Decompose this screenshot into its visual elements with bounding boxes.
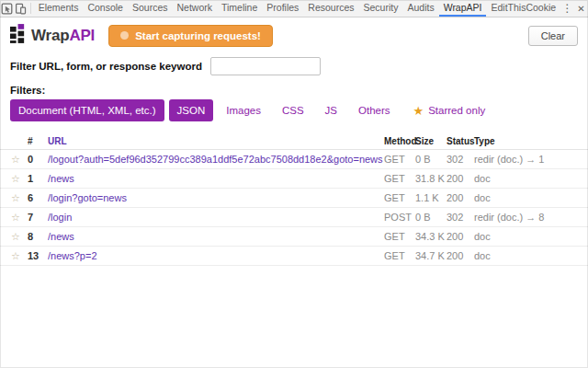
request-status: 302 xyxy=(447,212,474,223)
wrapapi-logo: WrapAPI xyxy=(10,24,95,47)
star-toggle-icon[interactable]: ☆ xyxy=(11,193,28,203)
devtools-tab[interactable]: Network xyxy=(173,0,218,17)
star-toggle-icon[interactable]: ☆ xyxy=(11,213,28,223)
devtools-tab-label: Network xyxy=(177,2,213,13)
request-size: 0 B xyxy=(415,154,447,165)
col-header-type: Type xyxy=(474,136,582,146)
devtools-tab[interactable]: EditThisCookie xyxy=(486,0,560,17)
start-capturing-button[interactable]: Start capturing requests! xyxy=(108,25,273,47)
devtools-tab[interactable]: Resources xyxy=(303,0,358,17)
devtools-tab[interactable]: Elements xyxy=(34,0,84,17)
request-index: 1 xyxy=(28,173,48,184)
devtools-tab-label: Elements xyxy=(39,2,79,13)
filter-keyword-label: Filter URL, form, or response keyword xyxy=(10,61,202,72)
device-toolbar-icon[interactable] xyxy=(14,0,28,17)
filter-type-button[interactable]: Others xyxy=(350,99,399,121)
devtools-tab[interactable]: Profiles xyxy=(262,0,303,17)
record-dot-icon xyxy=(120,31,129,40)
request-method: GET xyxy=(384,192,415,203)
overflow-menu-icon[interactable]: ⋮ xyxy=(560,0,574,17)
request-size: 34.7 K xyxy=(415,250,447,261)
toolbar-separator xyxy=(30,3,31,14)
table-row[interactable]: ☆ 1 /news GET 31.8 K 200 doc xyxy=(0,169,588,189)
star-toggle-icon[interactable]: ☆ xyxy=(11,174,28,184)
request-method: GET xyxy=(384,231,415,242)
start-capturing-label: Start capturing requests! xyxy=(135,30,261,41)
request-index: 7 xyxy=(28,212,48,223)
request-index: 6 xyxy=(28,192,48,203)
request-status: 200 xyxy=(447,250,474,261)
logo-text-api: API xyxy=(69,27,95,44)
clear-button[interactable]: Clear xyxy=(528,26,578,46)
filter-type-button[interactable]: JSON xyxy=(169,99,214,121)
filter-type-button[interactable]: Document (HTML, XML, etc.) xyxy=(10,99,164,121)
request-index: 8 xyxy=(28,231,48,242)
filter-type-button[interactable]: CSS xyxy=(274,99,312,121)
request-type: doc xyxy=(474,192,582,203)
filter-type-button[interactable]: Images xyxy=(218,99,269,121)
request-method: GET xyxy=(384,154,415,165)
table-row[interactable]: ☆ 8 /news GET 34.3 K 200 doc xyxy=(0,227,588,247)
devtools-tab[interactable]: WrapAPI xyxy=(439,0,487,17)
request-type: doc xyxy=(474,250,582,261)
devtools-tab[interactable]: Audits xyxy=(402,0,438,17)
request-url-link[interactable]: /news xyxy=(48,173,384,184)
request-url-link[interactable]: /login xyxy=(48,212,384,223)
request-url-link[interactable]: /news?p=2 xyxy=(48,250,384,261)
table-row[interactable]: ☆ 13 /news?p=2 GET 34.7 K 200 doc xyxy=(0,247,588,266)
table-row[interactable]: ☆ 7 /login POST 0 B 302 redir (doc.) → 8 xyxy=(0,208,588,227)
table-row[interactable]: ☆ 0 /logout?auth=5def96d352799cc389a1ddf… xyxy=(0,150,588,169)
star-toggle-icon[interactable]: ☆ xyxy=(11,155,28,165)
filter-type-button[interactable]: JS xyxy=(317,99,345,121)
devtools-tab[interactable]: Sources xyxy=(128,0,173,17)
starred-only-toggle[interactable]: ★ Starred only xyxy=(413,105,486,117)
request-type: doc xyxy=(474,231,582,242)
request-type: redir (doc.) → 8 xyxy=(474,212,582,223)
devtools-tab[interactable]: Timeline xyxy=(217,0,262,17)
starred-only-label: Starred only xyxy=(428,105,485,116)
request-url-link[interactable]: /logout?auth=5def96d352799cc389a1ddf5e72… xyxy=(48,154,384,165)
close-icon[interactable]: ✕ xyxy=(574,0,588,17)
devtools-tabs: Elements Console Sources Network Timelin… xyxy=(34,0,560,17)
devtools-tab-label: Sources xyxy=(132,2,168,13)
request-index: 0 xyxy=(28,154,48,165)
filter-type-buttons: Document (HTML, XML, etc.) JSON Images C… xyxy=(10,99,399,121)
request-status: 200 xyxy=(447,173,474,184)
devtools-tab[interactable]: Security xyxy=(359,0,403,17)
star-toggle-icon[interactable]: ☆ xyxy=(11,232,28,242)
filters-heading: Filters: xyxy=(0,80,588,98)
logo-text-wrap: Wrap xyxy=(31,27,69,44)
logo-text: WrapAPI xyxy=(31,27,95,45)
devtools-tab-bar: Elements Console Sources Network Timelin… xyxy=(0,0,588,17)
table-header-row: # URL Method Size Status Type xyxy=(0,132,588,150)
devtools-tab-label: Console xyxy=(87,2,123,13)
devtools-tab-label: WrapAPI xyxy=(444,2,482,13)
devtools-tab-label: Resources xyxy=(308,2,354,13)
request-type: redir (doc.) → 1 xyxy=(474,154,582,165)
request-method: GET xyxy=(384,250,415,261)
request-size: 1.1 K xyxy=(415,192,447,203)
request-status: 200 xyxy=(447,192,474,203)
col-header-num: # xyxy=(28,136,48,146)
filter-keyword-input[interactable] xyxy=(210,57,321,75)
inspect-element-icon[interactable] xyxy=(0,0,14,17)
filters-row: Document (HTML, XML, etc.) JSON Images C… xyxy=(0,98,588,130)
request-type: doc xyxy=(474,173,582,184)
request-url-link[interactable]: /login?goto=news xyxy=(48,192,384,203)
request-method: POST xyxy=(384,212,415,223)
request-size: 34.3 K xyxy=(415,231,447,242)
request-size: 0 B xyxy=(415,212,447,223)
col-header-method: Method xyxy=(384,136,415,146)
devtools-tab-label: Profiles xyxy=(266,2,299,13)
col-header-url: URL xyxy=(48,136,384,146)
col-header-status: Status xyxy=(447,136,474,146)
table-row[interactable]: ☆ 6 /login?goto=news GET 1.1 K 200 doc xyxy=(0,189,588,208)
star-toggle-icon[interactable]: ☆ xyxy=(11,251,28,261)
devtools-tab[interactable]: Console xyxy=(83,0,128,17)
star-icon: ★ xyxy=(413,105,424,117)
request-status: 200 xyxy=(447,231,474,242)
requests-table: # URL Method Size Status Type ☆ 0 /logou… xyxy=(0,132,588,266)
devtools-tab-label: Security xyxy=(364,2,399,13)
request-url-link[interactable]: /news xyxy=(48,231,384,242)
col-header-size: Size xyxy=(415,136,447,146)
